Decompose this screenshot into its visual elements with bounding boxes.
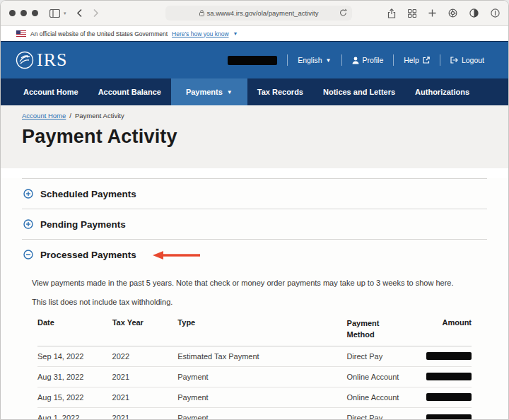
- redacted-amount: [426, 414, 472, 420]
- nav-payments[interactable]: Payments ▼: [171, 78, 247, 105]
- col-header-tax-year: Tax Year: [112, 318, 178, 341]
- nav-tax-records[interactable]: Tax Records: [247, 78, 313, 105]
- table-row: Sep 14, 2022 2022 Estimated Tax Payment …: [37, 346, 472, 367]
- cell-payment-method: Direct Pay: [346, 352, 426, 361]
- page-title: Payment Activity: [22, 126, 487, 148]
- table-row: Aug 15, 2022 2021 Payment Online Account: [37, 387, 472, 408]
- logout-icon: [450, 57, 458, 64]
- tab-overview-icon[interactable]: [408, 9, 416, 18]
- us-flag-icon: [16, 30, 26, 37]
- cell-payment-method: Direct Pay: [346, 414, 426, 420]
- chevron-down-icon: ▼: [326, 57, 332, 64]
- cell-type: Payment: [177, 373, 346, 381]
- reload-icon[interactable]: [339, 8, 347, 17]
- table-header-row: Date Tax Year Type Payment Method Amount: [37, 318, 472, 346]
- expand-plus-icon[interactable]: [23, 219, 33, 229]
- redacted-account-name: [228, 56, 277, 65]
- nav-authorizations[interactable]: Authorizations: [405, 78, 479, 105]
- sidebar-chevron-icon[interactable]: ▾: [64, 11, 66, 16]
- processed-note: This list does not include tax withholdi…: [32, 298, 487, 306]
- zoom-window-button[interactable]: [32, 10, 38, 16]
- browser-toolbar: ▾ sa.www4.irs.gov/ola/payment_activity: [1, 1, 508, 26]
- nav-notices-letters[interactable]: Notices and Letters: [313, 78, 405, 105]
- nav-account-home[interactable]: Account Home: [13, 78, 88, 105]
- window-controls[interactable]: [9, 10, 38, 16]
- chevron-down-icon: ▼: [227, 89, 233, 95]
- cell-type: Payment: [177, 393, 346, 402]
- redacted-amount: [426, 393, 472, 401]
- external-link-icon: [423, 57, 430, 64]
- how-you-know-link[interactable]: Here's how you know: [172, 30, 229, 37]
- cell-amount: [426, 352, 472, 360]
- accordion-scheduled-payments[interactable]: Scheduled Payments: [22, 179, 487, 209]
- breadcrumb-separator: /: [69, 112, 71, 119]
- cell-type: Payment: [177, 414, 346, 420]
- cell-payment-method: Online Account: [346, 393, 426, 402]
- address-bar[interactable]: sa.www4.irs.gov/ola/payment_activity: [165, 6, 352, 21]
- accordion-pending-payments[interactable]: Pending Payments: [22, 209, 487, 239]
- cell-payment-method: Online Account: [346, 373, 426, 381]
- help-label: Help: [404, 56, 419, 64]
- sidebar-toggle-icon[interactable]: [491, 8, 500, 18]
- reader-contrast-icon[interactable]: [469, 8, 479, 18]
- table-row: Aug 31, 2022 2021 Payment Online Account: [37, 367, 472, 387]
- accordion-label: Processed Payments: [40, 250, 136, 260]
- col-header-date: Date: [37, 318, 112, 341]
- cell-tax-year: 2021: [112, 393, 178, 402]
- accordion-label: Scheduled Payments: [40, 189, 136, 199]
- redacted-amount: [426, 373, 472, 380]
- irs-header: IRS English ▼ Profile Help Logout: [1, 41, 508, 78]
- col-header-amount: Amount: [426, 318, 472, 341]
- breadcrumb: Account Home / Payment Activity: [22, 112, 487, 119]
- breadcrumb-account-home-link[interactable]: Account Home: [22, 112, 66, 119]
- gov-banner-text: An official website of the United States…: [30, 30, 168, 37]
- cell-amount: [426, 373, 472, 380]
- new-tab-icon[interactable]: [428, 9, 436, 17]
- browser-window: ▾ sa.www4.irs.gov/ola/payment_activity: [0, 0, 509, 420]
- cell-tax-year: 2021: [112, 414, 178, 420]
- processed-description: View payments made in the past 5 years. …: [32, 279, 487, 287]
- table-row: Aug 1, 2022 2021 Payment Direct Pay: [37, 408, 472, 420]
- page-content: Scheduled Payments Pending Payments Proc…: [1, 178, 508, 420]
- nav-account-balance[interactable]: Account Balance: [88, 78, 171, 105]
- page-settings-icon[interactable]: [448, 8, 457, 18]
- share-icon[interactable]: [387, 8, 396, 18]
- cell-type: Estimated Tax Payment: [177, 352, 346, 361]
- url-text: sa.www4.irs.gov/ola/payment_activity: [207, 9, 319, 17]
- irs-eagle-icon: [15, 50, 35, 70]
- col-header-type: Type: [177, 318, 346, 341]
- cell-date: Sep 14, 2022: [37, 352, 112, 361]
- redacted-amount: [426, 352, 472, 360]
- lock-icon: [199, 10, 204, 16]
- gov-banner: An official website of the United States…: [1, 26, 508, 41]
- collapse-minus-icon[interactable]: [23, 250, 33, 259]
- title-band: Account Home / Payment Activity Payment …: [1, 105, 508, 168]
- cell-amount: [426, 414, 472, 420]
- col-header-payment-method: Payment Method: [347, 318, 427, 341]
- profile-button[interactable]: Profile: [342, 56, 394, 64]
- nav-payments-label: Payments: [186, 88, 223, 96]
- back-button[interactable]: [76, 8, 83, 18]
- cell-amount: [426, 393, 472, 401]
- expand-plus-icon[interactable]: [23, 189, 33, 199]
- minimize-window-button[interactable]: [21, 10, 27, 16]
- cell-date: Aug 1, 2022: [37, 414, 112, 420]
- help-button[interactable]: Help: [394, 56, 440, 64]
- red-annotation-arrow: [152, 250, 201, 260]
- cell-date: Aug 31, 2022: [37, 373, 112, 381]
- main-nav: Account Home Account Balance Payments ▼ …: [1, 78, 508, 105]
- cell-date: Aug 15, 2022: [37, 393, 112, 402]
- language-label: English: [298, 56, 322, 64]
- sidebar-icon[interactable]: [49, 9, 60, 18]
- payments-table: Date Tax Year Type Payment Method Amount…: [37, 318, 472, 420]
- close-window-button[interactable]: [9, 10, 16, 16]
- irs-logo[interactable]: IRS: [15, 49, 67, 71]
- accordion-processed-payments[interactable]: Processed Payments: [22, 240, 487, 269]
- logout-button[interactable]: Logout: [440, 56, 494, 64]
- language-selector[interactable]: English ▼: [288, 56, 341, 64]
- chevron-down-icon[interactable]: ▼: [233, 31, 238, 36]
- profile-icon: [352, 57, 359, 64]
- accordion-label: Pending Payments: [40, 219, 126, 230]
- forward-button[interactable]: [93, 8, 99, 18]
- profile-label: Profile: [363, 56, 384, 64]
